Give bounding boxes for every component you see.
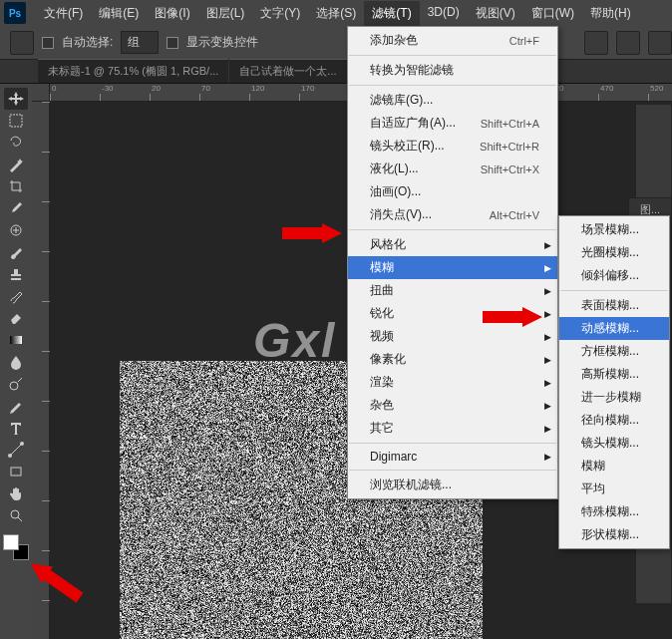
menubar: Ps 文件(F)编辑(E)图像(I)图层(L)文字(Y)选择(S)滤镜(T)3D… [0,0,672,26]
submenu-item-b10[interactable]: 形状模糊... [559,523,669,546]
watermark-text: Gxl [253,313,336,368]
submenu-item-b0[interactable]: 表面模糊... [559,294,669,317]
submenu-item-b4[interactable]: 进一步模糊 [559,386,669,409]
menu-8[interactable]: 视图(V) [468,1,523,26]
lasso-tool[interactable] [4,132,28,154]
submenu-item-a1[interactable]: 光圈模糊... [559,241,669,264]
zoom-tool[interactable] [4,504,28,526]
svg-rect-2 [10,336,22,344]
menu-item-convert[interactable]: 转换为智能滤镜 [348,59,557,82]
menu-item-cat-2[interactable]: 扭曲▶ [348,279,557,302]
align-icon3[interactable] [648,31,672,55]
menu-9[interactable]: 窗口(W) [523,1,582,26]
stamp-tool[interactable] [4,263,28,285]
marquee-tool[interactable] [4,110,28,132]
app-logo: Ps [4,2,26,24]
filter-menu-dropdown: 添加杂色Ctrl+F转换为智能滤镜滤镜库(G)...自适应广角(A)...Shi… [347,26,558,499]
svg-point-4 [8,454,12,458]
menu-item-cat-6[interactable]: 渲染▶ [348,371,557,394]
menu-4[interactable]: 文字(Y) [252,1,308,26]
eyedropper-tool[interactable] [4,197,28,219]
healing-tool[interactable] [4,219,28,241]
submenu-item-b6[interactable]: 镜头模糊... [559,432,669,455]
menu-item-g1-0[interactable]: 滤镜库(G)... [348,89,557,112]
align-icon2[interactable] [616,31,640,55]
move-tool[interactable] [4,88,28,110]
menu-0[interactable]: 文件(F) [36,1,91,26]
menu-item-cat-1[interactable]: 模糊▶ [348,256,557,279]
document-tab[interactable]: 未标题-1 @ 75.1% (椭圆 1, RGB/... [38,59,228,83]
document-tab[interactable]: 自己试着做一个太... [229,59,346,83]
foreground-color-swatch[interactable] [3,534,19,550]
align-icon[interactable] [584,31,608,55]
document-tabs: 未标题-1 @ 75.1% (椭圆 1, RGB/... 自己试着做一个太... [0,60,672,84]
menu-item-g1-1[interactable]: 自适应广角(A)...Shift+Ctrl+A [348,112,557,135]
tools-panel [0,84,32,639]
svg-point-3 [10,382,18,390]
menu-separator [349,85,556,86]
menu-10[interactable]: 帮助(H) [582,1,639,26]
menu-3[interactable]: 图层(L) [198,1,253,26]
menu-item-browse[interactable]: 浏览联机滤镜... [348,474,557,496]
svg-point-5 [20,442,24,446]
svg-rect-0 [10,115,22,127]
submenu-item-a2[interactable]: 倾斜偏移... [559,264,669,287]
submenu-item-b5[interactable]: 径向模糊... [559,409,669,432]
brush-tool[interactable] [4,241,28,263]
auto-select-label: 自动选择: [62,34,113,51]
menu-item-cat-8[interactable]: 其它▶ [348,417,557,440]
menu-item-top0[interactable]: 添加杂色Ctrl+F [348,29,557,52]
menu-separator [349,470,556,471]
rect-tool[interactable] [4,461,28,482]
path-tool[interactable] [4,439,28,461]
submenu-item-b7[interactable]: 模糊 [559,455,669,478]
menu-item-cat-4[interactable]: 视频▶ [348,325,557,348]
svg-rect-6 [11,468,21,476]
menu-separator [349,443,556,444]
menu-item-cat-3[interactable]: 锐化▶ [348,302,557,325]
gradient-tool[interactable] [4,329,28,351]
submenu-item-b3[interactable]: 高斯模糊... [559,363,669,386]
submenu-item-a0[interactable]: 场景模糊... [559,218,669,241]
show-transform-checkbox[interactable] [167,37,178,49]
menu-7[interactable]: 3D(D) [420,1,468,26]
menu-item-g1-3[interactable]: 液化(L)...Shift+Ctrl+X [348,158,557,180]
options-bar: 自动选择: 组 显示变换控件 [0,26,672,60]
blur-submenu-dropdown: 场景模糊...光圈模糊...倾斜偏移...表面模糊...动感模糊...方框模糊.… [558,215,670,549]
menu-5[interactable]: 选择(S) [308,1,364,26]
menu-item-g1-5[interactable]: 消失点(V)...Alt+Ctrl+V [348,203,557,226]
select-kind-dropdown[interactable]: 组 [121,31,159,54]
svg-point-7 [11,510,19,518]
blur-tool[interactable] [4,351,28,373]
menu-item-cat-7[interactable]: 杂色▶ [348,394,557,417]
menu-1[interactable]: 编辑(E) [91,1,147,26]
menu-item-g1-4[interactable]: 油画(O)... [348,180,557,203]
pen-tool[interactable] [4,395,28,417]
color-swatches[interactable] [3,534,29,560]
submenu-item-b9[interactable]: 特殊模糊... [559,500,669,523]
history-tool[interactable] [4,285,28,307]
submenu-item-b1[interactable]: 动感模糊... [559,317,669,340]
wand-tool[interactable] [4,154,28,175]
submenu-item-b8[interactable]: 平均 [559,478,669,500]
eraser-tool[interactable] [4,307,28,329]
menu-item-g1-2[interactable]: 镜头校正(R)...Shift+Ctrl+R [348,135,557,158]
menu-separator [560,290,668,291]
type-tool[interactable] [4,417,28,439]
tool-preset-icon[interactable] [10,31,34,55]
submenu-item-b2[interactable]: 方框模糊... [559,340,669,363]
menu-2[interactable]: 图像(I) [147,1,197,26]
menu-item-cat-5[interactable]: 像素化▶ [348,348,557,371]
show-transform-label: 显示变换控件 [186,34,258,51]
menu-separator [349,229,556,230]
ruler-corner [32,84,50,102]
menu-item-cat-0[interactable]: 风格化▶ [348,233,557,256]
hand-tool[interactable] [4,482,28,504]
auto-select-checkbox[interactable] [42,37,54,49]
ruler-vertical [32,102,50,639]
crop-tool[interactable] [4,175,28,197]
menu-6[interactable]: 滤镜(T) [364,1,419,26]
menu-separator [349,55,556,56]
menu-item-digimarc[interactable]: Digimarc▶ [348,447,557,467]
dodge-tool[interactable] [4,373,28,395]
